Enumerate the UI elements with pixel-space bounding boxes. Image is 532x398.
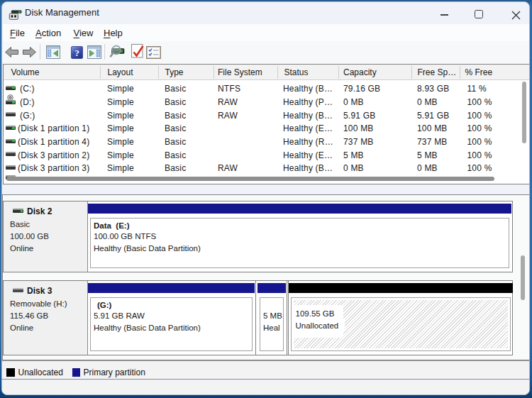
svg-text:?: ? (74, 48, 79, 58)
